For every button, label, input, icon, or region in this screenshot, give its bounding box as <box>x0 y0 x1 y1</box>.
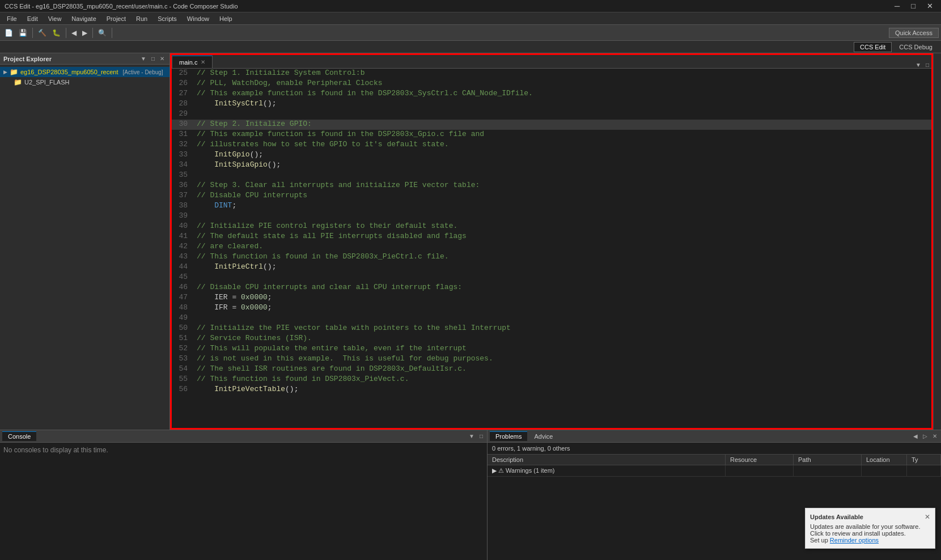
problems-warning-resource <box>726 465 794 476</box>
toolbar-build[interactable]: 🔨 <box>36 28 49 38</box>
code-line-37: 37 // Disable CPU interrupts <box>172 191 931 201</box>
toolbar-forward[interactable]: ▶ <box>80 28 90 38</box>
toolbar-sep-1 <box>32 28 33 38</box>
code-line-50: 50 // Initialize the PIE vector table wi… <box>172 324 931 334</box>
menu-help[interactable]: Help <box>215 14 237 23</box>
project-icon: 📁 <box>10 68 18 76</box>
problems-tab[interactable]: Problems <box>490 431 527 441</box>
problems-minimize-btn[interactable]: ◀ <box>912 432 919 440</box>
code-line-35: 35 <box>172 171 931 181</box>
panel-minimize-btn[interactable]: ▼ <box>139 55 148 62</box>
window-title: CCS Edit - eg16_DSP28035_mpu6050_recent/… <box>5 3 891 10</box>
editor-tab-main[interactable]: main.c ✕ <box>172 56 213 68</box>
code-line-39: 39 <box>172 211 931 222</box>
code-line-36: 36 // Step 3. Clear all interrupts and i… <box>172 181 931 191</box>
notif-close-btn[interactable]: ✕ <box>925 513 930 521</box>
editor-minimize-btn[interactable]: ▼ <box>913 62 923 68</box>
update-notification: Updates Available ✕ Updates are availabl… <box>805 508 935 549</box>
project-tree: ▶ 📁 eg16_DSP28035_mpu6050_recent [Active… <box>0 65 169 430</box>
console-minimize-btn[interactable]: ▼ <box>467 432 476 440</box>
code-line-54: 54 // The shell ISR routines are found i… <box>172 364 931 375</box>
problems-panel: Problems Advice ◀ ▷ ✕ 0 errors, 1 warnin… <box>488 430 941 560</box>
problems-warning-label: ▶ ⚠ Warnings (1 item) <box>488 465 726 476</box>
col-path: Path <box>794 455 862 465</box>
title-bar-controls[interactable]: ─ □ ✕ <box>891 2 936 10</box>
code-line-42: 42 // are cleared. <box>172 242 931 252</box>
code-line-25: 25 // Step 1. Initialize System Control:… <box>172 69 931 79</box>
code-line-48: 48 IFR = 0x0000; <box>172 303 931 313</box>
close-button[interactable]: ✕ <box>923 2 936 10</box>
menu-view[interactable]: View <box>44 14 66 23</box>
toolbar-debug[interactable]: 🐛 <box>50 28 63 38</box>
editor-maximize-btn[interactable]: □ <box>923 62 931 68</box>
perspective-ccs-edit[interactable]: CCS Edit <box>854 42 892 52</box>
panel-maximize-btn[interactable]: □ <box>150 55 156 62</box>
code-line-43: 43 // This function is found in the DSP2… <box>172 252 931 262</box>
console-tab-bar: Console ▼ □ <box>0 430 487 443</box>
tree-expand-arrow: ▶ <box>3 69 7 75</box>
toolbar-save[interactable]: 💾 <box>16 28 29 38</box>
code-line-27: 27 // This example function is found in … <box>172 89 931 99</box>
console-tab-icons: ▼ □ <box>467 432 485 440</box>
col-resource: Resource <box>726 455 794 465</box>
minimize-button[interactable]: ─ <box>891 2 903 10</box>
code-line-46: 46 // Disable CPU interrupts and clear a… <box>172 283 931 293</box>
console-empty-message: No consoles to display at this time. <box>3 446 108 454</box>
folder-icon: 📁 <box>14 78 22 86</box>
code-line-29: 29 <box>172 109 931 120</box>
col-description: Description <box>488 455 726 465</box>
menu-project[interactable]: Project <box>102 14 130 23</box>
quick-access-button[interactable]: Quick Access <box>889 28 939 38</box>
code-line-56: 56 InitPieVectTable(); <box>172 385 931 395</box>
problems-tab-icons: ◀ ▷ ✕ <box>912 432 939 440</box>
code-line-52: 52 // This will populate the entire tabl… <box>172 344 931 354</box>
tab-close-btn[interactable]: ✕ <box>201 59 205 65</box>
col-type: Ty <box>907 455 941 465</box>
notif-message: Updates are available for your software.… <box>810 523 930 544</box>
tree-child-item[interactable]: 📁 U2_SPI_FLASH <box>0 77 169 87</box>
project-explorer-header: Project Explorer ▼ □ ✕ <box>0 53 169 65</box>
problems-row-warnings[interactable]: ▶ ⚠ Warnings (1 item) <box>488 465 941 477</box>
toolbar-sep-4 <box>112 28 112 38</box>
code-line-26: 26 // PLL, WatchDog, enable Peripheral C… <box>172 79 931 89</box>
problems-warning-location <box>862 465 907 476</box>
editor-tab-bar: main.c ✕ ▼ □ <box>172 55 931 69</box>
menu-navigate[interactable]: Navigate <box>67 14 100 23</box>
console-maximize-btn[interactable]: □ <box>478 432 485 440</box>
child-label: U2_SPI_FLASH <box>24 79 69 86</box>
console-tab[interactable]: Console <box>2 431 36 441</box>
problems-tab-bar: Problems Advice ◀ ▷ ✕ <box>488 430 941 443</box>
code-editor[interactable]: 25 // Step 1. Initialize System Control:… <box>172 69 931 428</box>
toolbar-sep-2 <box>66 28 66 38</box>
title-bar: CCS Edit - eg16_DSP28035_mpu6050_recent/… <box>0 0 941 12</box>
code-line-49: 49 <box>172 313 931 324</box>
advice-tab[interactable]: Advice <box>528 432 558 441</box>
menu-scripts[interactable]: Scripts <box>153 14 181 23</box>
problems-summary: 0 errors, 1 warning, 0 others <box>488 443 941 455</box>
editor-scrollbar[interactable] <box>933 53 941 430</box>
toolbar-back[interactable]: ◀ <box>69 28 79 38</box>
perspective-ccs-debug[interactable]: CCS Debug <box>893 42 939 52</box>
toolbar-new[interactable]: 📄 <box>2 28 15 38</box>
code-line-30: 30 // Step 2. Initalize GPIO: <box>172 120 931 130</box>
code-line-47: 47 IER = 0x0000; <box>172 293 931 303</box>
project-explorer-title: Project Explorer <box>3 56 52 62</box>
tree-project-item[interactable]: ▶ 📁 eg16_DSP28035_mpu6050_recent [Active… <box>0 67 169 77</box>
panel-close-btn[interactable]: ✕ <box>158 55 166 62</box>
problems-close-btn[interactable]: ✕ <box>931 432 939 440</box>
problems-warning-path <box>794 465 862 476</box>
problems-maximize-btn[interactable]: ▷ <box>921 432 929 440</box>
bottom-area: Console ▼ □ No consoles to display at th… <box>0 430 941 560</box>
toolbar-search[interactable]: 🔍 <box>96 28 109 38</box>
menu-run[interactable]: Run <box>132 14 152 23</box>
menu-window[interactable]: Window <box>183 14 214 23</box>
editor-tab-label: main.c <box>179 59 197 66</box>
reminder-options-link[interactable]: Reminder options <box>830 537 879 544</box>
notif-title: Updates Available <box>810 514 863 520</box>
menu-bar: File Edit View Navigate Project Run Scri… <box>0 12 941 25</box>
panel-header-icons: ▼ □ ✕ <box>139 55 166 62</box>
maximize-button[interactable]: □ <box>908 2 919 10</box>
sidebar: Project Explorer ▼ □ ✕ ▶ 📁 eg16_DSP28035… <box>0 53 170 430</box>
menu-file[interactable]: File <box>2 14 22 23</box>
menu-edit[interactable]: Edit <box>23 14 43 23</box>
